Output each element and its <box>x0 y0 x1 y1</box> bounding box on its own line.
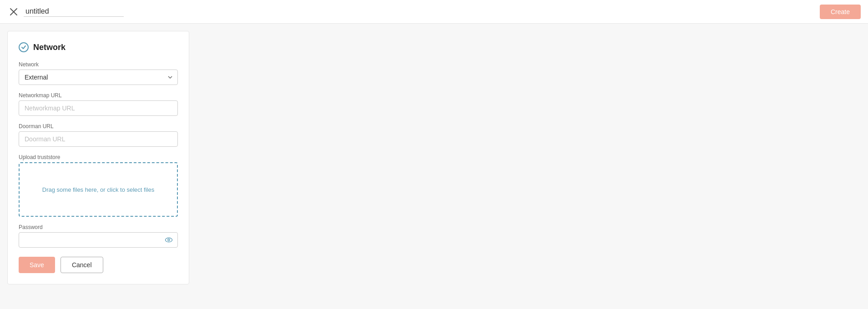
network-form-panel: Network Network External Internal Custom… <box>7 31 189 284</box>
title-input[interactable] <box>24 6 124 17</box>
section-title: Network <box>33 43 66 52</box>
svg-point-3 <box>168 239 170 241</box>
form-buttons: Save Cancel <box>19 257 178 273</box>
upload-dropzone[interactable]: Drag some files here, or click to select… <box>19 162 178 217</box>
svg-point-2 <box>166 238 172 242</box>
password-wrapper <box>19 232 178 248</box>
upload-truststore-label: Upload truststore <box>19 154 178 160</box>
cancel-button[interactable]: Cancel <box>61 257 103 273</box>
save-button[interactable]: Save <box>19 257 55 273</box>
check-circle-icon <box>19 42 29 52</box>
upload-truststore-group: Upload truststore Drag some files here, … <box>19 154 178 217</box>
network-label: Network <box>19 61 178 68</box>
networkmap-url-group: Networkmap URL <box>19 92 178 116</box>
section-header: Network <box>19 42 178 52</box>
doorman-url-input[interactable] <box>19 131 178 147</box>
network-field-group: Network External Internal Custom <box>19 61 178 85</box>
networkmap-url-label: Networkmap URL <box>19 92 178 99</box>
password-input[interactable] <box>19 232 178 248</box>
create-button[interactable]: Create <box>820 5 861 19</box>
networkmap-url-input[interactable] <box>19 100 178 116</box>
show-password-icon[interactable] <box>164 235 173 244</box>
upload-text: Drag some files here, or click to select… <box>35 179 161 200</box>
doorman-url-label: Doorman URL <box>19 123 178 130</box>
doorman-url-group: Doorman URL <box>19 123 178 147</box>
password-label: Password <box>19 224 178 230</box>
network-select[interactable]: External Internal Custom <box>19 70 178 85</box>
password-group: Password <box>19 224 178 248</box>
close-button[interactable] <box>7 5 20 18</box>
x-icon <box>10 8 18 16</box>
header: Create <box>0 0 868 24</box>
